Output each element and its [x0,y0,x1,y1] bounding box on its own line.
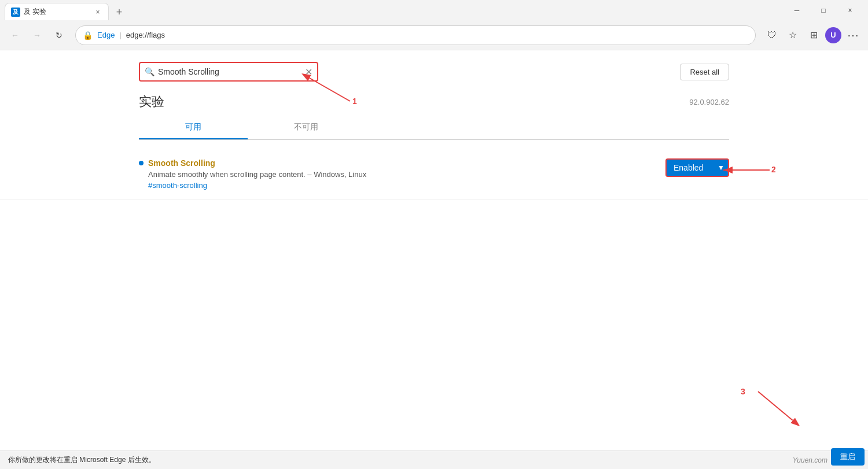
version-text: 92.0.902.62 [689,98,729,106]
favorites-icon[interactable]: ☆ [784,26,802,45]
forward-button[interactable]: → [28,26,46,45]
titlebar: 及 及 实验 × + ─ □ × [0,0,868,20]
window-controls: ─ □ × [784,1,863,20]
active-tab[interactable]: 及 及 实验 × [5,3,109,20]
lock-icon: 🔒 [83,31,93,40]
maximize-button[interactable]: □ [810,1,837,20]
collections-icon[interactable]: ⊞ [804,26,823,45]
search-clear-button[interactable]: ✕ [305,67,312,77]
svg-text:2: 2 [771,165,775,174]
tab-area: 及 及 实验 × + [5,0,784,20]
flag-name: Smooth Scrolling [148,158,215,168]
back-button[interactable]: ← [6,26,24,45]
tabs-row: 可用 不可用 [139,116,729,140]
flag-description: Animate smoothly when scrolling page con… [148,170,665,179]
search-input[interactable] [158,67,301,76]
address-separator: | [119,31,121,39]
flag-info: Smooth Scrolling Animate smoothly when s… [139,158,665,190]
menu-button[interactable]: ⋯ [844,26,862,45]
shield-icon[interactable]: 🛡 [763,26,781,45]
address-text[interactable]: edge://flags [126,31,748,39]
page-content: 🔍 ✕ 1 Reset all 实验 92.0.902.62 可用 不可用 [0,50,868,450]
annotation-3-arrow: 3 [741,386,810,434]
close-button[interactable]: × [837,1,863,20]
enabled-select[interactable]: Default Enabled Disabled [665,158,729,177]
refresh-button[interactable]: ↻ [50,26,68,45]
flag-item: Smooth Scrolling Animate smoothly when s… [0,149,868,200]
flags-header: 🔍 ✕ 1 Reset all [0,50,868,87]
tab-available[interactable]: 可用 [139,116,248,139]
tab-close-button[interactable]: × [93,8,102,17]
flag-name-row: Smooth Scrolling [139,158,665,168]
navbar: ← → ↻ 🔒 Edge | edge://flags 🛡 ☆ ⊞ U ⋯ [0,20,868,50]
watermark: Yuuen.com [793,456,827,464]
page-title: 实验 [139,93,164,110]
svg-text:3: 3 [741,387,745,396]
bottom-bar: 你所做的更改将在重启 Microsoft Edge 后生效。 [0,450,868,469]
select-wrapper[interactable]: Default Enabled Disabled ▼ [665,158,729,177]
toolbar-icons: 🛡 ☆ ⊞ U ⋯ [763,26,862,45]
browser-label: Edge [97,31,115,39]
new-tab-button[interactable]: + [111,4,127,20]
flag-dot [139,161,144,165]
flag-control: Default Enabled Disabled ▼ 2 [665,158,729,177]
flag-link[interactable]: #smooth-scrolling [148,181,665,190]
search-box[interactable]: 🔍 ✕ [139,62,318,82]
minimize-button[interactable]: ─ [784,1,810,20]
address-bar[interactable]: 🔒 Edge | edge://flags [75,25,756,45]
reset-all-button[interactable]: Reset all [680,64,729,80]
tab-unavailable[interactable]: 不可用 [248,116,365,139]
tab-favicon: 及 [11,8,20,17]
restart-button[interactable]: 重启 [831,448,865,466]
page-title-row: 实验 92.0.902.62 [0,87,868,116]
restart-notice: 你所做的更改将在重启 Microsoft Edge 后生效。 [8,455,156,465]
tab-title: 及 实验 [24,7,90,17]
search-icon: 🔍 [145,67,155,76]
profile-avatar[interactable]: U [825,27,841,43]
